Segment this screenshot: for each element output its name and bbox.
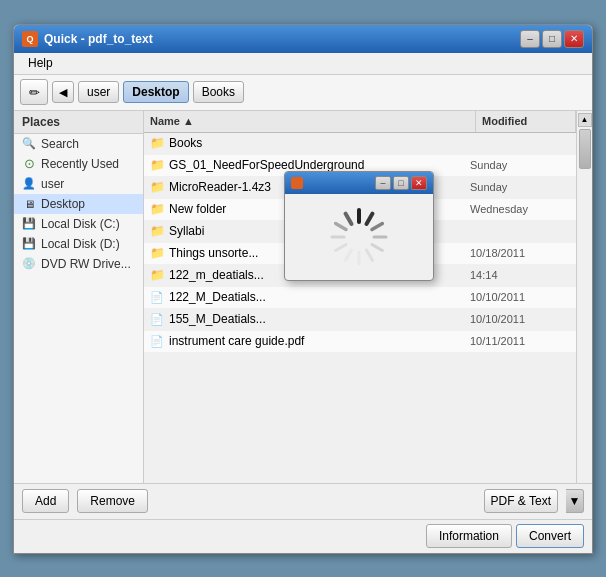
format-dropdown-arrow[interactable]: ▼	[566, 489, 584, 513]
folder-icon	[150, 180, 164, 194]
close-button[interactable]: ✕	[564, 30, 584, 48]
bottom-bar: Add Remove PDF & Text ▼	[14, 483, 592, 519]
sidebar: Places Search Recently Used user Desktop…	[14, 111, 144, 483]
column-header-name[interactable]: Name ▲	[144, 111, 476, 132]
loading-dialog: – □ ✕	[284, 171, 434, 281]
recently-used-icon	[22, 157, 36, 171]
action-bar: Information Convert	[14, 519, 592, 553]
sidebar-item-desktop[interactable]: Desktop	[14, 194, 143, 214]
pdf-icon	[150, 312, 164, 326]
table-row[interactable]: 155_M_Deatials... 10/10/2011	[144, 309, 576, 331]
breadcrumb-desktop[interactable]: Desktop	[123, 81, 188, 103]
content-area: Places Search Recently Used user Desktop…	[14, 111, 592, 483]
toolbar: ✏ ◀ user Desktop Books	[14, 75, 592, 111]
convert-button[interactable]: Convert	[516, 524, 584, 548]
svg-line-4	[372, 244, 382, 250]
svg-line-2	[372, 223, 382, 229]
table-row[interactable]: 122_M_Deatials... 10/10/2011	[144, 287, 576, 309]
sidebar-item-local-disk-c[interactable]: Local Disk (C:)	[14, 214, 143, 234]
sidebar-item-dvd[interactable]: DVD RW Drive...	[14, 254, 143, 274]
disk-c-icon	[22, 217, 36, 231]
pdf-icon	[150, 334, 164, 348]
folder-icon	[150, 136, 164, 150]
dialog-maximize-button[interactable]: □	[393, 176, 409, 190]
dialog-minimize-button[interactable]: –	[375, 176, 391, 190]
svg-line-8	[336, 244, 346, 250]
main-window: Q Quick - pdf_to_text – □ ✕ Help ✏ ◀ use…	[13, 24, 593, 554]
svg-line-10	[336, 223, 346, 229]
sidebar-item-search[interactable]: Search	[14, 134, 143, 154]
menu-bar: Help	[14, 53, 592, 75]
title-bar: Q Quick - pdf_to_text – □ ✕	[14, 25, 592, 53]
table-row[interactable]: instrument care guide.pdf 10/11/2011	[144, 331, 576, 353]
information-button[interactable]: Information	[426, 524, 512, 548]
scrollbar: ▲	[576, 111, 592, 483]
folder-icon	[150, 268, 164, 282]
back-icon: ◀	[59, 86, 67, 99]
svg-line-1	[367, 213, 373, 223]
dropdown-arrow-icon: ▼	[569, 494, 581, 508]
column-header-modified[interactable]: Modified	[476, 111, 576, 132]
window-controls: – □ ✕	[520, 30, 584, 48]
dvd-icon	[22, 257, 36, 271]
breadcrumb-books[interactable]: Books	[193, 81, 244, 103]
minimize-button[interactable]: –	[520, 30, 540, 48]
dialog-icon	[291, 177, 303, 189]
scroll-up-button[interactable]: ▲	[578, 113, 592, 127]
dialog-title-bar: – □ ✕	[285, 172, 433, 194]
window-title: Quick - pdf_to_text	[44, 32, 520, 46]
maximize-button[interactable]: □	[542, 30, 562, 48]
remove-button[interactable]: Remove	[77, 489, 148, 513]
folder-icon	[150, 246, 164, 260]
folder-icon	[150, 224, 164, 238]
app-icon: Q	[22, 31, 38, 47]
sidebar-header: Places	[14, 111, 143, 134]
sidebar-item-recently-used[interactable]: Recently Used	[14, 154, 143, 174]
loading-spinner	[324, 202, 394, 272]
disk-d-icon	[22, 237, 36, 251]
table-row[interactable]: Books	[144, 133, 576, 155]
file-list-header: Name ▲ Modified	[144, 111, 576, 133]
search-icon	[22, 137, 36, 151]
file-list: Name ▲ Modified Books	[144, 111, 576, 483]
scroll-thumb[interactable]	[579, 129, 591, 169]
sidebar-item-local-disk-d[interactable]: Local Disk (D:)	[14, 234, 143, 254]
dialog-content	[285, 194, 433, 280]
edit-button[interactable]: ✏	[20, 79, 48, 105]
svg-line-7	[346, 249, 352, 259]
edit-icon: ✏	[29, 85, 40, 100]
dialog-close-button[interactable]: ✕	[411, 176, 427, 190]
format-dropdown[interactable]: PDF & Text	[484, 489, 558, 513]
breadcrumb-user[interactable]: user	[78, 81, 119, 103]
sort-indicator: ▲	[183, 115, 194, 127]
back-button[interactable]: ◀	[52, 81, 74, 103]
svg-line-5	[367, 249, 373, 259]
add-button[interactable]: Add	[22, 489, 69, 513]
menu-help[interactable]: Help	[20, 54, 61, 72]
svg-line-11	[346, 213, 352, 223]
user-icon	[22, 177, 36, 191]
desktop-icon	[22, 197, 36, 211]
sidebar-item-user[interactable]: user	[14, 174, 143, 194]
pdf-icon	[150, 290, 164, 304]
folder-icon	[150, 158, 164, 172]
folder-icon	[150, 202, 164, 216]
